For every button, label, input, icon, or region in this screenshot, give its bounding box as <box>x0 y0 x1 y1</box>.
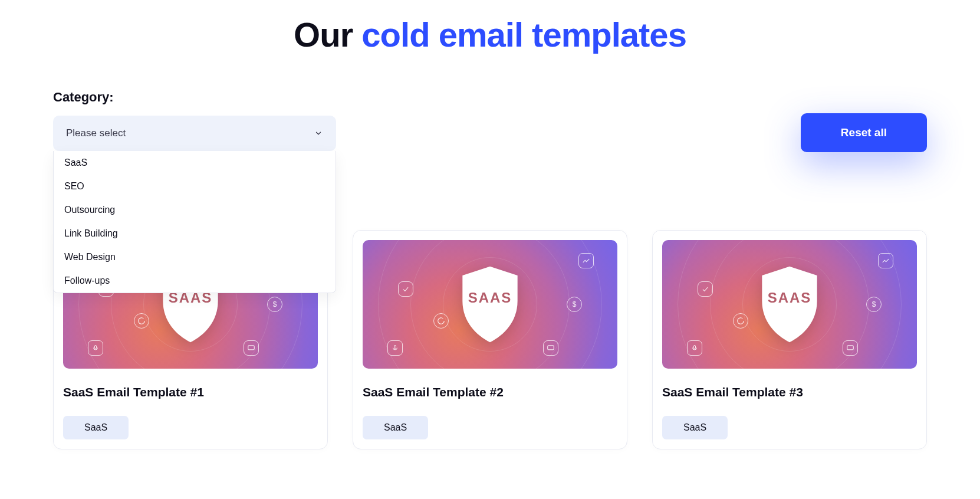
card-title: SaaS Email Template #3 <box>662 385 917 399</box>
dropdown-option-outsourcing[interactable]: Outsourcing <box>54 198 336 222</box>
select-placeholder: Please select <box>66 127 126 139</box>
template-card[interactable]: $ SAAS SaaS Email Template #2 SaaS <box>353 230 627 449</box>
shield-icon: SAAS <box>455 263 525 346</box>
svg-rect-2 <box>394 346 396 349</box>
refresh-icon <box>433 313 449 329</box>
message-icon <box>244 340 259 356</box>
heading-part-2: cold email templates <box>361 15 686 54</box>
category-dropdown: SaaS SEO Outsourcing Link Building Web D… <box>53 151 336 293</box>
filter-row: Category: Please select SaaS SEO Outsour… <box>53 90 927 152</box>
card-title: SaaS Email Template #2 <box>363 385 617 399</box>
dropdown-option-follow-ups[interactable]: Follow-ups <box>54 269 336 293</box>
svg-rect-1 <box>248 346 255 350</box>
shield-icon: SAAS <box>755 263 824 346</box>
dollar-icon: $ <box>567 297 582 312</box>
heading-part-1: Our <box>294 15 361 54</box>
card-title: SaaS Email Template #1 <box>63 385 318 399</box>
dollar-icon: $ <box>267 297 282 312</box>
dropdown-option-seo[interactable]: SEO <box>54 175 336 198</box>
refresh-icon <box>733 313 748 329</box>
category-select[interactable]: Please select <box>53 116 336 151</box>
chart-icon <box>578 253 594 268</box>
chevron-down-icon <box>314 129 323 138</box>
svg-rect-4 <box>694 346 696 349</box>
check-icon <box>698 281 713 297</box>
message-icon <box>543 340 558 356</box>
dropdown-option-link-building[interactable]: Link Building <box>54 222 336 245</box>
shield-text: SAAS <box>468 290 512 306</box>
mic-icon <box>88 340 103 356</box>
dollar-icon: $ <box>866 297 882 312</box>
card-tag[interactable]: SaaS <box>662 416 728 439</box>
card-image: $ SAAS <box>363 240 617 369</box>
page-title: Our cold email templates <box>53 15 927 54</box>
shield-text: SAAS <box>768 290 812 306</box>
category-filter: Category: Please select SaaS SEO Outsour… <box>53 90 336 151</box>
category-label: Category: <box>53 90 336 105</box>
card-image: $ SAAS <box>662 240 917 369</box>
template-card[interactable]: $ SAAS SaaS Email Template #3 SaaS <box>652 230 927 449</box>
dropdown-option-web-design[interactable]: Web Design <box>54 245 336 269</box>
message-icon <box>843 340 858 356</box>
check-icon <box>398 281 413 297</box>
svg-rect-3 <box>548 346 554 350</box>
svg-rect-0 <box>95 346 97 349</box>
refresh-icon <box>134 313 149 329</box>
mic-icon <box>387 340 403 356</box>
reset-button[interactable]: Reset all <box>801 113 927 152</box>
svg-rect-5 <box>847 346 854 350</box>
chart-icon <box>878 253 893 268</box>
card-tag[interactable]: SaaS <box>63 416 129 439</box>
card-tag[interactable]: SaaS <box>363 416 428 439</box>
dropdown-option-saas[interactable]: SaaS <box>54 151 336 175</box>
mic-icon <box>687 340 702 356</box>
